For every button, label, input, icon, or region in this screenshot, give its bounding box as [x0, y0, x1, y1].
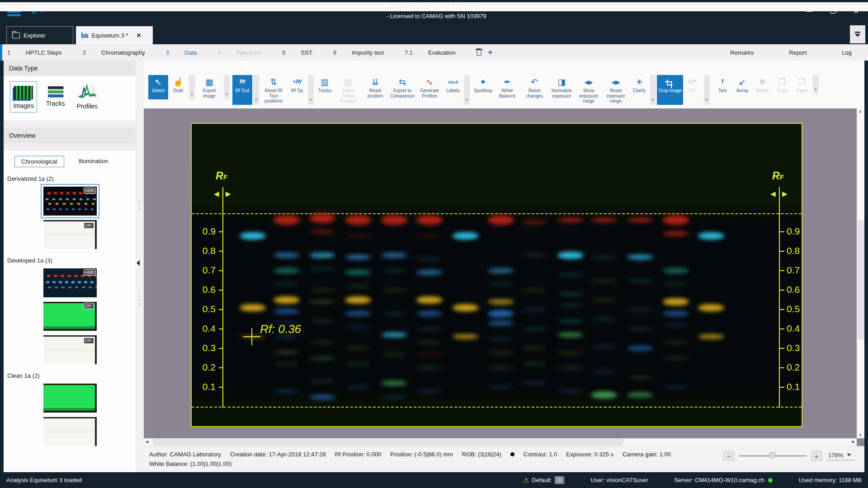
horizontal-scrollbar[interactable] [144, 438, 857, 446]
toolbar-dropdown-strip[interactable] [253, 75, 259, 105]
workflow-link-log[interactable]: Log [842, 49, 852, 56]
data-type-tracks[interactable]: Tracks [43, 81, 67, 113]
show-exposure-range-button[interactable]: ◂▸Show exposure range [575, 75, 602, 105]
reset-changes-button[interactable]: ↶Reset changes [521, 75, 548, 105]
rf-marker-left-icon[interactable]: ◀ [214, 190, 219, 197]
rf-marker-right-icon[interactable]: ▶ [226, 190, 231, 197]
toolbar-button-label: Text [718, 88, 726, 94]
vertical-scrollbar[interactable] [857, 108, 864, 438]
tlc-band [627, 376, 653, 380]
reset-rf-tool-positions-button[interactable]: ⇅Reset Rf Tool positions [260, 75, 287, 105]
white-balance-value: White Balance: (1.00|1.00|1.00) [149, 460, 231, 467]
rf-tool-button[interactable]: RfRf Tool [232, 75, 252, 105]
tracks-button[interactable]: ▥Tracks [315, 75, 335, 105]
crop-image-button[interactable]: Crop image [657, 75, 683, 105]
plate-thumbnail[interactable]: CP- [43, 220, 97, 249]
rf-marker-left-icon[interactable]: ◀ [770, 190, 776, 197]
grab-button[interactable]: ☝Grab [168, 75, 188, 99]
clarify-button[interactable]: ☀Clarify [629, 75, 649, 105]
rf-marker-right-icon[interactable]: ▶ [782, 190, 788, 197]
tab-document[interactable]: Equisetum 3 * ✕ [76, 26, 153, 44]
white-balance-button[interactable]: ✒White Balance [494, 75, 521, 105]
rf-tip-button[interactable]: +RfRf Tip [287, 75, 307, 105]
toolbar-dropdown-strip[interactable] [224, 75, 230, 99]
collapse-sidebar-icon[interactable] [137, 260, 140, 266]
rf-tick [780, 367, 784, 368]
toolbar-dropdown-strip[interactable] [308, 75, 314, 105]
tab-close-icon[interactable]: ✕ [136, 32, 141, 39]
spotamp-button[interactable]: ✦SpotAmp [472, 75, 494, 105]
plate-thumbnail[interactable]: CP- [43, 335, 97, 364]
workflow-step-spectrum[interactable]: 4Spectrum [217, 49, 277, 56]
zoom-value-dropdown[interactable]: 178% [826, 452, 855, 460]
overview-panel: ChronologicalIllumination Derivatized 1a… [4, 150, 136, 472]
tlc-band [698, 334, 724, 339]
horizontal-scroll-thumb[interactable] [153, 439, 623, 446]
labels-button[interactable]: AbcdLabels [443, 75, 463, 105]
plate-thumbnail[interactable] [43, 417, 97, 446]
close-button[interactable] [844, 0, 868, 23]
toolbar-dropdown-strip[interactable] [704, 75, 710, 105]
workflow-link-remarks[interactable]: Remarks [730, 49, 754, 56]
data-type-profiles[interactable]: Profiles [74, 81, 100, 113]
thumbnail-group-label: Derivatized 1a (2) [4, 172, 136, 183]
tlc-band [488, 320, 514, 326]
generate-profiles-button[interactable]: ∿Generate Profiles [416, 75, 443, 105]
vertical-scroll-thumb[interactable] [857, 221, 864, 339]
workflow-step-data[interactable]: 3Data [166, 49, 212, 56]
reset-position-button[interactable]: ⇊Reset position [362, 75, 389, 105]
profiles-icon [78, 84, 97, 100]
tlc-band [521, 288, 547, 292]
export-image-button[interactable]: ▦Export image [196, 75, 223, 99]
zoom-out-button[interactable]: − [723, 451, 734, 461]
tlc-plate-image[interactable]: RF◀▶0.90.80.70.60.50.40.30.20.1RF◀▶0.90.… [191, 123, 802, 427]
sidebar-splitter[interactable] [136, 61, 144, 472]
workflow-step-sst[interactable]: 5SST [282, 49, 328, 56]
image-viewport[interactable]: RF◀▶0.90.80.70.60.50.40.30.20.1RF◀▶0.90.… [144, 108, 864, 446]
overview-tab-chronological[interactable]: Chronological [14, 156, 64, 167]
minimize-button[interactable] [797, 0, 821, 23]
add-step-button[interactable]: + [488, 47, 493, 57]
main-panel: ↖Select☝Grab▦Export imageRfRf Tool⇅Reset… [144, 61, 864, 472]
workflow-step-evaluation[interactable]: 7.1Evaluation [405, 49, 471, 56]
toolbar-dropdown-strip[interactable] [189, 75, 195, 99]
workflow-step-hptlc-steps[interactable]: 1HPTLC Steps [7, 49, 77, 56]
zoom-control: − + 178% [723, 451, 855, 461]
tab-explorer[interactable]: Explorer [6, 26, 73, 44]
rf-tick [219, 348, 223, 349]
workflow-step-impurity-test[interactable]: 6Impurity test [333, 49, 399, 56]
tlc-band [557, 292, 584, 296]
tlc-band [345, 254, 371, 260]
workflow-step-number: 4 [217, 49, 221, 56]
reset-exposure-range-button[interactable]: ◂▸Reset exposure range [602, 75, 629, 105]
plate-thumbnail[interactable]: HDR [43, 268, 97, 297]
thumbnail-group-label: Clean 1a (2) [4, 369, 136, 380]
export-to-comparison-button[interactable]: ⇆Export to Comparison [389, 75, 416, 105]
select-button[interactable]: ↖Select [148, 75, 168, 99]
arrow-button[interactable]: ↙Arrow [732, 75, 752, 94]
normalize-exposure-button[interactable]: ◨Normalize exposure [548, 75, 575, 105]
tab-list-button[interactable] [850, 25, 865, 43]
delete-step-icon[interactable] [476, 50, 481, 56]
default-count-badge[interactable]: 0 [555, 476, 564, 484]
plate-thumbnail[interactable]: CP- [43, 302, 97, 331]
data-type-images[interactable]: Images [10, 81, 37, 113]
overview-tab-illumination[interactable]: Illumination [72, 156, 115, 167]
toolbar-dropdown-strip[interactable] [650, 75, 656, 105]
tlc-band [591, 279, 617, 282]
zoom-in-button[interactable]: + [811, 451, 822, 461]
toolbar-dropdown-strip[interactable] [464, 75, 470, 105]
status-bar: Analysis Equisetum 3 loaded ⚠ Default: 0… [0, 472, 868, 488]
rf-tick [780, 309, 784, 310]
plate-thumbnail[interactable] [43, 384, 97, 413]
zoom-slider-thumb[interactable] [769, 452, 775, 460]
workflow-link-report[interactable]: Report [789, 49, 807, 56]
toolbar-dropdown-strip[interactable] [813, 75, 819, 94]
text-button[interactable]: TText [712, 75, 732, 94]
restore-button[interactable] [821, 0, 844, 23]
workflow-step-label: Spectrum [236, 49, 262, 56]
workflow-step-chromatography[interactable]: 2Chromatography [83, 49, 160, 56]
cursor-icon: ↖ [155, 76, 162, 88]
plate-thumbnail[interactable]: HDR [43, 187, 97, 216]
zoom-slider[interactable] [739, 455, 807, 456]
